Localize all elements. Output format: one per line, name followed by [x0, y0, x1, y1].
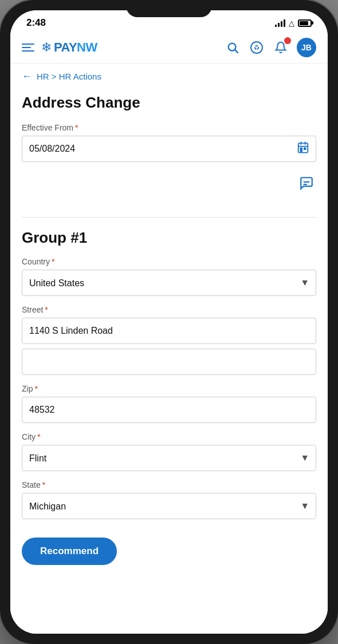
- breadcrumb: ← HR > HR Actions: [10, 64, 328, 89]
- street-line1-input[interactable]: [22, 318, 316, 344]
- svg-rect-9: [304, 148, 306, 149]
- street-group: Street *: [22, 305, 316, 375]
- country-group: Country * United States Canada Mexico ▼: [22, 257, 316, 296]
- state-label: State *: [22, 480, 316, 489]
- signal-icon: [275, 19, 285, 27]
- logo-snowflake-icon: ❄: [41, 40, 52, 55]
- calendar-icon[interactable]: [297, 141, 309, 157]
- back-arrow-icon[interactable]: ←: [22, 70, 32, 82]
- page-title: Address Change: [22, 94, 316, 112]
- state-group: State * Michigan Ohio Indiana ▼: [22, 480, 316, 519]
- zip-label: Zip *: [22, 384, 316, 393]
- effective-from-group: Effective From *: [22, 123, 316, 162]
- wifi-icon: △: [289, 19, 294, 27]
- svg-rect-10: [300, 150, 302, 152]
- svg-line-1: [235, 50, 238, 53]
- street-label: Street *: [22, 305, 316, 314]
- effective-from-wrapper: [22, 136, 316, 162]
- country-select[interactable]: United States Canada Mexico: [22, 270, 316, 296]
- phone-frame: 2:48 △ ❄ PAYNW: [0, 0, 338, 644]
- city-select[interactable]: Flint Detroit Grand Rapids: [22, 445, 316, 471]
- country-label: Country *: [22, 257, 316, 266]
- help-icon[interactable]: [249, 39, 265, 56]
- required-marker: *: [75, 123, 78, 132]
- main-content: Address Change Effective From *: [10, 89, 328, 634]
- phone-notch: [126, 0, 212, 17]
- notification-icon[interactable]: [273, 39, 289, 56]
- notification-badge: [284, 37, 291, 44]
- hamburger-icon[interactable]: [22, 44, 34, 52]
- logo-container: ❄ PAYNW: [41, 40, 97, 55]
- status-time: 2:48: [26, 17, 46, 29]
- state-select-wrapper: Michigan Ohio Indiana ▼: [22, 493, 316, 519]
- svg-point-2: [251, 42, 262, 53]
- battery-icon: [298, 19, 312, 27]
- city-group: City * Flint Detroit Grand Rapids ▼: [22, 432, 316, 471]
- country-select-wrapper: United States Canada Mexico ▼: [22, 270, 316, 296]
- svg-point-3: [255, 46, 258, 49]
- city-select-wrapper: Flint Detroit Grand Rapids ▼: [22, 445, 316, 471]
- recommend-button[interactable]: Recommend: [22, 538, 117, 565]
- effective-from-input[interactable]: [22, 136, 316, 162]
- comment-icon[interactable]: [297, 173, 316, 196]
- status-icons: △: [275, 19, 312, 27]
- avatar[interactable]: JB: [297, 38, 316, 57]
- city-label: City *: [22, 432, 316, 441]
- svg-rect-4: [298, 143, 308, 152]
- phone-screen: 2:48 △ ❄ PAYNW: [10, 10, 328, 634]
- effective-from-label: Effective From *: [22, 123, 316, 132]
- breadcrumb-text: HR > HR Actions: [37, 72, 101, 81]
- app-header: ❄ PAYNW: [10, 32, 328, 64]
- street-line2-input[interactable]: [22, 349, 316, 375]
- state-select[interactable]: Michigan Ohio Indiana: [22, 493, 316, 519]
- comment-area: [22, 171, 316, 206]
- group-title: Group #1: [22, 229, 316, 247]
- header-left: ❄ PAYNW: [22, 40, 97, 55]
- search-icon[interactable]: [225, 39, 241, 56]
- zip-group: Zip *: [22, 384, 316, 423]
- zip-input[interactable]: [22, 397, 316, 423]
- divider: [22, 217, 316, 218]
- logo-text: PAYNW: [54, 40, 97, 55]
- header-right: JB: [225, 38, 316, 57]
- svg-rect-8: [300, 148, 302, 149]
